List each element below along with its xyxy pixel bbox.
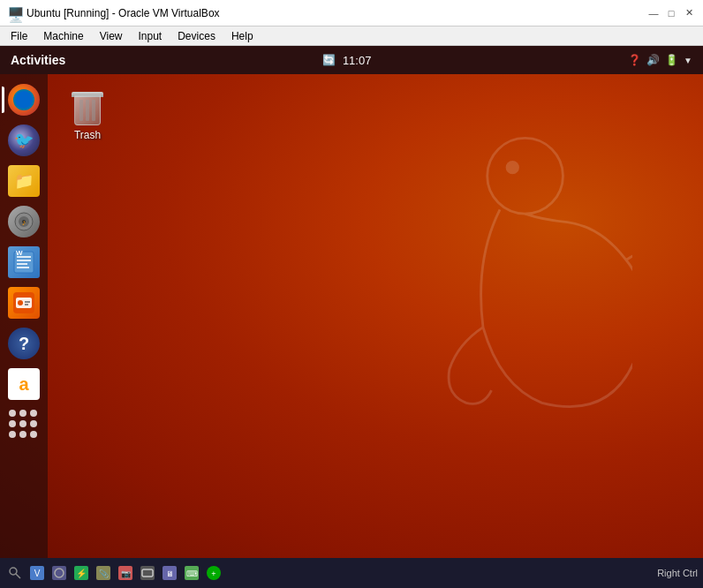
svg-text:⌨: ⌨ bbox=[186, 569, 198, 578]
window-controls: — □ ✕ bbox=[646, 6, 696, 20]
svg-text:+: + bbox=[211, 569, 215, 578]
vm-content: Activities 🔄 11:07 ❓ 🔊 🔋 ▼ bbox=[0, 46, 703, 588]
menu-devices[interactable]: Devices bbox=[170, 28, 223, 44]
trash-label: Trash bbox=[74, 129, 101, 141]
dock-item-writer[interactable]: W bbox=[5, 244, 42, 281]
svg-rect-10 bbox=[17, 263, 27, 265]
trash-desktop-icon[interactable]: Trash bbox=[57, 83, 118, 145]
taskbar-icon-8[interactable]: ⌨ bbox=[182, 563, 201, 583]
dock-item-show-apps[interactable] bbox=[5, 406, 42, 443]
trash-lines bbox=[79, 100, 95, 121]
svg-text:📷: 📷 bbox=[121, 569, 132, 579]
window-icon: 🖥️ bbox=[7, 6, 21, 20]
topbar-right: ❓ 🔊 🔋 ▼ bbox=[628, 54, 692, 66]
taskbar-icon-3[interactable]: ⚡ bbox=[72, 563, 91, 583]
window-title: Ubuntu [Running] - Oracle VM VirtualBox bbox=[26, 7, 646, 19]
files-icon: 📁 bbox=[8, 165, 40, 197]
dock-item-firefox[interactable] bbox=[5, 81, 42, 118]
ubuntu-desktop: 🐦 📁 ♪ bbox=[0, 74, 703, 558]
question-icon: ❓ bbox=[628, 54, 641, 66]
show-apps-icon bbox=[8, 409, 40, 441]
trash-line bbox=[79, 100, 83, 121]
amazon-icon: a bbox=[8, 368, 40, 400]
taskbar-icon-2[interactable] bbox=[49, 563, 69, 583]
activities-button[interactable]: Activities bbox=[11, 53, 65, 67]
svg-text:W: W bbox=[16, 250, 23, 257]
volume-icon[interactable]: 🔊 bbox=[646, 54, 660, 66]
menu-machine[interactable]: Machine bbox=[36, 28, 90, 44]
maximize-button[interactable]: □ bbox=[664, 6, 678, 20]
menu-view[interactable]: View bbox=[93, 28, 130, 44]
menu-input[interactable]: Input bbox=[132, 28, 170, 44]
help-icon: ? bbox=[8, 328, 40, 359]
taskbar-icon-4[interactable]: 📎 bbox=[94, 563, 113, 583]
topbar-center: 🔄 11:07 bbox=[65, 54, 628, 67]
vm-taskbar: V ⚡ 📎 📷 🖥 ⌨ + bbox=[0, 558, 703, 588]
system-menu-arrow[interactable]: ▼ bbox=[684, 56, 692, 65]
trash-line bbox=[92, 100, 95, 121]
ubuntu-dock: 🐦 📁 ♪ bbox=[0, 74, 48, 558]
taskbar-search-icon[interactable] bbox=[5, 563, 25, 583]
svg-line-19 bbox=[16, 574, 20, 578]
desktop-area: Trash bbox=[48, 74, 703, 558]
svg-text:♪: ♪ bbox=[22, 218, 26, 227]
svg-rect-17 bbox=[25, 304, 28, 305]
dock-item-help[interactable]: ? bbox=[5, 325, 42, 362]
virtualbox-window: 🖥️ Ubuntu [Running] - Oracle VM VirtualB… bbox=[0, 0, 703, 588]
trash-line bbox=[86, 100, 89, 121]
menu-help[interactable]: Help bbox=[224, 28, 261, 44]
menu-bar: File Machine View Input Devices Help bbox=[0, 26, 703, 46]
software-center-icon bbox=[8, 287, 40, 319]
close-button[interactable]: ✕ bbox=[682, 6, 696, 20]
taskbar-icon-9[interactable]: + bbox=[204, 563, 223, 583]
svg-rect-11 bbox=[17, 267, 29, 268]
taskbar-icon-7[interactable]: 🖥 bbox=[160, 563, 179, 583]
svg-rect-9 bbox=[17, 260, 31, 261]
taskbar-icon-1[interactable]: V bbox=[27, 563, 47, 583]
svg-rect-16 bbox=[25, 301, 30, 303]
minimize-button[interactable]: — bbox=[646, 6, 661, 20]
trash-body bbox=[74, 95, 101, 125]
dock-item-files[interactable]: 📁 bbox=[5, 162, 42, 200]
right-ctrl-label: Right Ctrl bbox=[657, 568, 698, 578]
clock-sync-icon: 🔄 bbox=[322, 54, 336, 66]
clock-display: 11:07 bbox=[343, 54, 372, 67]
title-bar: 🖥️ Ubuntu [Running] - Oracle VM VirtualB… bbox=[0, 0, 703, 26]
dock-item-software[interactable] bbox=[5, 284, 42, 321]
writer-icon: W bbox=[8, 246, 40, 278]
svg-text:V: V bbox=[34, 569, 41, 578]
battery-icon[interactable]: 🔋 bbox=[665, 54, 678, 66]
trash-icon bbox=[70, 87, 105, 125]
svg-text:📎: 📎 bbox=[99, 569, 110, 579]
taskbar-icon-6[interactable] bbox=[138, 563, 157, 583]
dock-item-amazon[interactable]: a bbox=[5, 366, 42, 403]
dock-item-rhythmbox[interactable]: ♪ bbox=[5, 203, 42, 240]
firefox-icon bbox=[8, 84, 40, 116]
ubuntu-topbar: Activities 🔄 11:07 ❓ 🔊 🔋 ▼ bbox=[0, 46, 703, 74]
taskbar-icon-5[interactable]: 📷 bbox=[116, 563, 135, 583]
rhythmbox-icon: ♪ bbox=[8, 206, 40, 237]
thunderbird-icon: 🐦 bbox=[8, 124, 40, 156]
svg-text:⚡: ⚡ bbox=[76, 568, 87, 579]
svg-point-15 bbox=[18, 300, 23, 305]
svg-text:🖥: 🖥 bbox=[166, 569, 174, 578]
svg-point-18 bbox=[10, 568, 17, 575]
dock-item-thunderbird[interactable]: 🐦 bbox=[5, 122, 42, 159]
menu-file[interactable]: File bbox=[4, 28, 34, 44]
